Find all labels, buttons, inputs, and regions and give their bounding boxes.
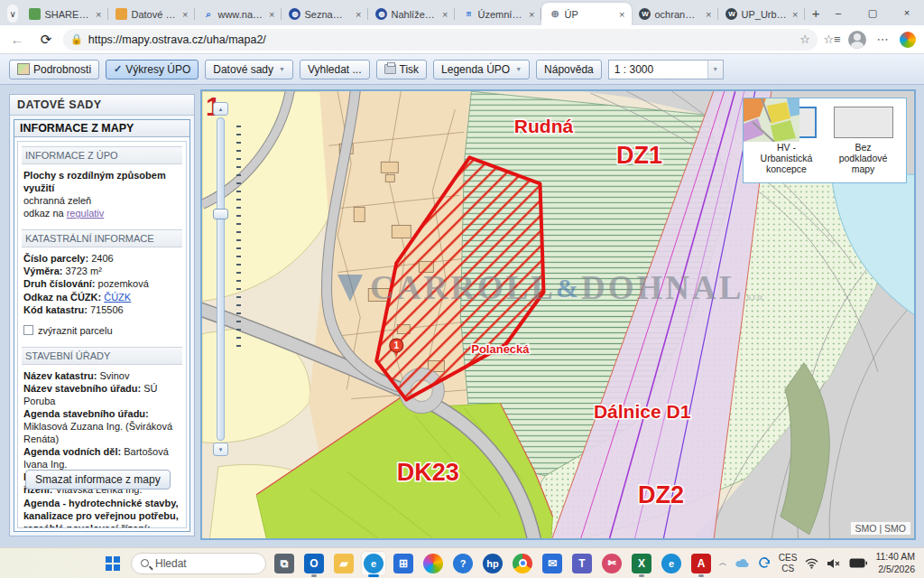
zoom-out-button[interactable]: ▼ xyxy=(213,443,228,456)
bookmark-star-icon[interactable]: ☆ xyxy=(799,33,810,46)
browser-tab-4[interactable]: ◍Nahlížení do k× xyxy=(368,3,455,25)
taskbar-outlook-icon[interactable]: O xyxy=(302,552,326,575)
toolbar-button-legenda-po[interactable]: Legenda ÚPO▼ xyxy=(433,60,530,79)
back-icon[interactable]: ← xyxy=(5,28,29,51)
taskbar-hp-icon[interactable]: hp xyxy=(481,552,504,575)
tab-close-icon[interactable]: × xyxy=(440,9,449,20)
toolbar-button-tisk[interactable]: Tisk xyxy=(376,60,428,79)
sync-icon[interactable] xyxy=(758,557,771,569)
map-label-polaneck-: Polanecká xyxy=(471,342,530,356)
basemap-thumbnail-empty[interactable] xyxy=(834,107,893,138)
scale-select[interactable]: 1 : 3000 ▼ xyxy=(608,60,724,79)
browser-tab-0[interactable]: SHARED LIST (× xyxy=(22,3,108,25)
search-placeholder: Hledat xyxy=(155,557,187,570)
tab-close-icon[interactable]: × xyxy=(617,9,626,20)
taskbar-copilot-icon[interactable] xyxy=(421,552,445,575)
favorites-icon[interactable]: ☆≡ xyxy=(821,29,843,51)
minimize-button[interactable]: – xyxy=(821,0,855,25)
toolbar-button-vyhledat-[interactable]: Vyhledat ... xyxy=(300,60,370,79)
browser-tab-5[interactable]: !!!Územní plán (× xyxy=(455,3,541,25)
close-button[interactable]: × xyxy=(890,0,924,25)
taskbar-snipping-tool-icon[interactable]: ✄ xyxy=(600,552,624,575)
zoom-track[interactable] xyxy=(217,117,225,441)
basemap-option-none[interactable]: Bez podkladové mapy xyxy=(831,107,895,174)
info-line: Kód katastru: 715506 xyxy=(23,303,180,316)
windows-taskbar: Hledat⧉O▰e⊞?hp✉T✄XeA ︿ CES CS 11:40 AM 2… xyxy=(0,547,924,578)
scale-dropdown-icon[interactable]: ▼ xyxy=(707,61,723,79)
toolbar-button-podrobnosti[interactable]: Podrobnosti xyxy=(9,60,99,79)
basemap-option-urbanisticka[interactable]: HV - Urbanistická koncepce xyxy=(754,107,818,174)
tab-title: ÚP xyxy=(564,9,614,20)
tab-search-chevron-icon[interactable]: ∨ xyxy=(7,5,18,23)
url-text[interactable]: https://mapy.ostrava.cz/uha/mapa2/ xyxy=(88,33,800,46)
tab-close-icon[interactable]: × xyxy=(790,9,799,20)
refresh-icon[interactable]: ⟳ xyxy=(34,28,58,51)
map-label-dk23: DK23 xyxy=(397,459,459,486)
zoom-handle[interactable] xyxy=(213,209,228,219)
toolbar-button-n-pov-da[interactable]: Nápověda xyxy=(536,60,602,79)
taskbar-acrobat-icon[interactable]: A xyxy=(689,552,713,575)
onedrive-icon[interactable] xyxy=(735,558,750,569)
clock[interactable]: 11:40 AM 2/5/2026 xyxy=(875,551,915,574)
taskbar-search-icon[interactable]: Hledat xyxy=(131,552,266,575)
copilot-icon[interactable] xyxy=(897,29,919,51)
taskbar-chrome-icon[interactable] xyxy=(511,552,534,575)
language-indicator[interactable]: CES CS xyxy=(779,553,798,573)
highlight-parcel-checkbox[interactable]: zvýraznit parcelu xyxy=(23,324,180,337)
printer-icon xyxy=(384,64,396,74)
section-body-1: Číslo parcely: 2406Výměra: 3723 m²Druh č… xyxy=(18,251,186,341)
toolbar-button-v-kresy-po[interactable]: ✓Výkresy ÚPO xyxy=(106,60,199,79)
tab-close-icon[interactable]: × xyxy=(94,9,103,20)
taskbar-task-view-icon[interactable]: ⧉ xyxy=(273,552,296,575)
toolbar-button-datov-sady[interactable]: Datové sady▼ xyxy=(205,60,293,79)
maximize-button[interactable]: ▢ xyxy=(855,0,890,25)
zoom-in-button[interactable]: ▲ xyxy=(213,102,228,116)
info-line: Název stavebního úřadu: SÚ Poruba xyxy=(23,382,180,407)
tab-close-icon[interactable]: × xyxy=(267,9,276,20)
taskbar-store-icon[interactable]: ⊞ xyxy=(392,552,415,575)
sidebar-title: DATOVÉ SADY xyxy=(10,95,194,116)
map-viewport[interactable]: 1 RudnáDZ1PolaneckáDálnice D1DK23DZ2 1 ▲… xyxy=(200,89,916,540)
volume-muted-icon[interactable] xyxy=(827,558,841,569)
tab-close-icon[interactable]: × xyxy=(704,9,713,20)
check-icon: ✓ xyxy=(114,63,122,75)
taskbar-teams-icon[interactable]: T xyxy=(570,552,594,575)
tray-chevron-icon[interactable]: ︿ xyxy=(719,557,727,569)
link-regulativ[interactable]: regulativ xyxy=(67,208,105,219)
browser-tab-1[interactable]: Datové schrán× xyxy=(108,3,195,25)
browser-menu-icon[interactable]: ⋯ xyxy=(872,29,893,51)
taskbar-start-icon[interactable] xyxy=(101,552,125,575)
taskbar-edge-2-icon[interactable]: e xyxy=(660,552,683,575)
taskbar-get-help-icon[interactable]: ? xyxy=(451,552,475,575)
tab-title: UP_Urbanism xyxy=(741,9,787,20)
toolbar-buttons: Podrobnosti✓Výkresy ÚPODatové sady▼Vyhle… xyxy=(9,60,602,79)
info-line: Odkaz na ČÚZK: ČÚZK xyxy=(23,291,180,303)
lock-icon[interactable]: 🔒 xyxy=(70,33,83,45)
scale-value: 1 : 3000 xyxy=(609,63,707,76)
battery-icon[interactable] xyxy=(849,558,867,568)
browser-tab-6[interactable]: ⊕ÚP× xyxy=(541,3,632,25)
wifi-icon[interactable] xyxy=(805,558,818,569)
url-field[interactable]: 🔒 https://mapy.ostrava.cz/uha/mapa2/ ☆ xyxy=(63,29,818,51)
new-tab-button[interactable]: + xyxy=(810,2,821,23)
map-label-rudn-: Rudná xyxy=(514,116,574,136)
taskbar-edge-icon[interactable]: e xyxy=(362,552,385,575)
browser-tab-2[interactable]: ⌕www.nahlizen× xyxy=(195,3,282,25)
tab-close-icon[interactable]: × xyxy=(354,9,363,20)
tab-close-icon[interactable]: × xyxy=(527,9,536,20)
taskbar-file-explorer-icon[interactable]: ▰ xyxy=(332,552,356,575)
browser-tab-3[interactable]: ◍Seznam nemo× xyxy=(282,3,368,25)
window-controls: – ▢ × xyxy=(821,0,924,25)
basemap-thumbnail-selected[interactable] xyxy=(757,107,817,138)
browser-tab-7[interactable]: Wochranna_zele× xyxy=(632,3,718,25)
taskbar-excel-icon[interactable]: X xyxy=(630,552,653,575)
profile-avatar[interactable] xyxy=(846,29,868,51)
browser-tab-8[interactable]: WUP_Urbanism× xyxy=(718,3,805,25)
map-label-dz2: DZ2 xyxy=(638,481,684,508)
info-line: Agenda - hydrotechnické stavby, kanaliza… xyxy=(23,497,180,528)
datove-sady-panel: DATOVÉ SADY INFORMACE Z MAPY INFORMACE Z… xyxy=(9,94,195,536)
tab-close-icon[interactable]: × xyxy=(180,9,189,20)
link-čúzk[interactable]: ČÚZK xyxy=(104,292,131,303)
clear-map-info-button[interactable]: Smazat informace z mapy xyxy=(25,470,171,489)
taskbar-mail-icon[interactable]: ✉ xyxy=(541,552,564,575)
